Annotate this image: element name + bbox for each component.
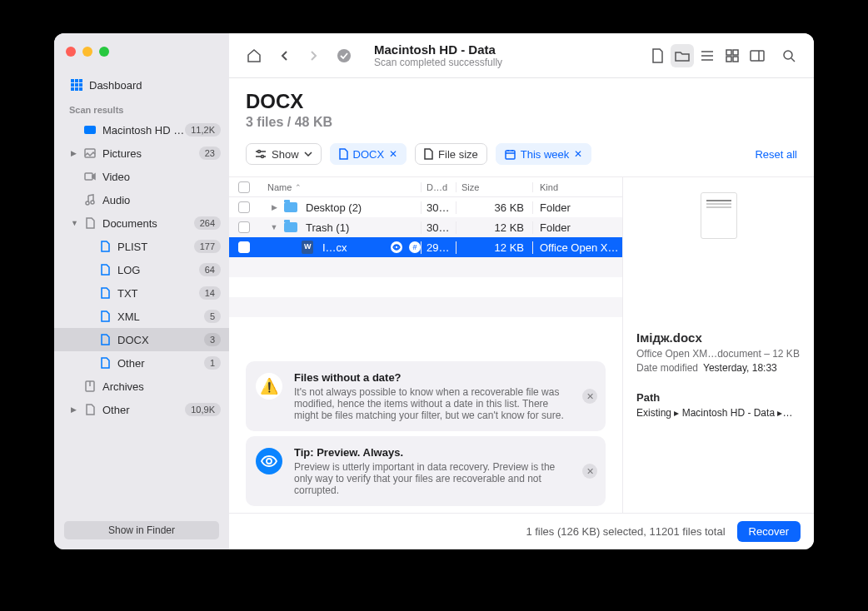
svg-rect-7 [75,87,78,91]
close-window-button[interactable] [66,47,76,57]
column-kind[interactable]: Kind [532,182,622,192]
svg-point-15 [337,49,351,62]
row-checkbox[interactable] [238,201,250,213]
sidebar-item-drive[interactable]: Macintosh HD -… 11,2K [54,118,229,142]
sidebar-item-xml[interactable]: XML 5 [54,305,229,328]
close-tip-button[interactable]: ✕ [582,464,597,479]
sidebar-item-log[interactable]: LOG 64 [54,258,229,281]
sidebar-item-audio[interactable]: Audio [54,188,229,211]
svg-rect-6 [71,87,74,91]
svg-rect-8 [79,87,82,91]
sidebar-item-pictures[interactable]: ▶ Pictures 23 [54,142,229,165]
forward-button[interactable] [302,44,326,67]
table-row[interactable]: ▶Desktop (2) 30… 36 KB Folder [229,197,622,217]
sidebar-item-label: TXT [117,287,199,300]
close-tip-button[interactable]: ✕ [582,389,597,404]
filter-chip-filesize[interactable]: File size [415,143,487,165]
chevron-down-icon[interactable]: ▼ [71,219,81,227]
tip-preview: ✕ Tip: Preview. Always. Preview is utter… [246,436,606,506]
row-checkbox[interactable] [238,241,250,253]
filter-chip-docx[interactable]: DOCX ✕ [330,143,407,165]
select-all-checkbox[interactable] [238,181,250,193]
file-icon [97,241,112,252]
preview-date-value: Yesterday, 18:33 [703,362,777,374]
svg-rect-4 [75,83,78,87]
sidebar-item-video[interactable]: Video [54,165,229,188]
svg-rect-0 [71,79,74,82]
row-checkbox[interactable] [238,221,250,233]
table-row[interactable]: ▼Trash (1) 30… 12 KB Folder [229,217,622,237]
home-button[interactable] [242,44,266,67]
file-icon [97,334,112,345]
svg-rect-1 [75,79,78,82]
tip-files-without-date: ⚠️ ✕ Files without a date? It's not alwa… [246,361,606,431]
svg-point-12 [86,201,89,205]
svg-rect-19 [733,57,738,62]
tag-icon: # [409,241,421,253]
count-badge: 264 [194,216,221,230]
sliders-icon [255,149,267,159]
sidebar-item-doc-other[interactable]: Other 1 [54,351,229,375]
show-in-finder-button[interactable]: Show in Finder [64,521,219,539]
sidebar-item-documents[interactable]: ▼ Documents 264 [54,211,229,235]
sidebar-item-plist[interactable]: PLIST 177 [54,235,229,258]
list-view-button[interactable] [696,44,719,67]
sidebar: Dashboard Scan results Macintosh HD -… 1… [54,33,229,549]
svg-point-13 [91,201,94,204]
archive-icon [82,380,97,392]
sort-asc-icon: ⌃ [295,183,302,191]
sidebar-item-label: Archives [102,380,221,393]
sidebar-item-archives[interactable]: Archives [54,375,229,398]
grid-view-button[interactable] [721,44,744,67]
toolbar-title-area: Macintosh HD - Data Scan completed succe… [362,42,639,68]
remove-filter-icon[interactable]: ✕ [574,148,582,160]
back-button[interactable] [272,44,296,67]
sidebar-item-label: Other [102,404,185,416]
recover-button[interactable]: Recover [737,521,801,542]
disclosure-right-icon[interactable]: ▶ [267,203,281,211]
search-button[interactable] [777,44,801,67]
sidebar-item-dashboard[interactable]: Dashboard [54,73,229,97]
column-name[interactable]: Name ⌃ [259,182,421,192]
sidebar-item-label: Video [102,171,221,183]
panel-toggle-button[interactable] [746,44,769,67]
folder-view-button[interactable] [671,44,694,67]
sidebar-heading-scan-results: Scan results [54,100,229,118]
sidebar-item-label: Macintosh HD -… [102,124,185,137]
minimize-window-button[interactable] [82,47,92,57]
column-date[interactable]: D…d [421,182,456,192]
chevron-right-icon[interactable]: ▶ [71,149,81,157]
other-icon [82,404,97,415]
count-badge: 64 [199,263,221,276]
documents-icon [82,217,97,229]
toolbar: Macintosh HD - Data Scan completed succe… [229,33,814,78]
table-header: Name ⌃ D…d Size Kind [229,177,622,197]
file-icon [97,287,112,299]
svg-rect-17 [733,50,738,55]
svg-rect-11 [85,173,92,180]
table-row-empty [229,257,622,277]
svg-rect-18 [726,57,731,62]
column-size[interactable]: Size [456,182,532,192]
disclosure-down-icon[interactable]: ▼ [267,223,281,231]
reset-all-link[interactable]: Reset all [755,148,797,161]
sidebar-item-label: Documents [102,217,194,230]
svg-rect-9 [84,126,96,134]
svg-rect-3 [71,83,74,87]
zoom-window-button[interactable] [99,47,109,57]
show-dropdown[interactable]: Show [246,143,322,165]
chevron-right-icon[interactable]: ▶ [71,405,81,414]
sidebar-item-other[interactable]: ▶ Other 10,9K [54,398,229,421]
table-row-selected[interactable]: І…cx# 29… 12 KB Office Open X… [229,237,622,257]
preview-path-label: Path [636,391,801,404]
filter-chip-thisweek[interactable]: This week ✕ [496,143,592,165]
warning-icon: ⚠️ [256,373,282,400]
preview-path-value: Existing ▸ Macintosh HD - Data ▸… [636,407,801,419]
new-file-button[interactable] [646,44,669,67]
svg-rect-20 [751,51,764,61]
sidebar-item-txt[interactable]: TXT 14 [54,281,229,305]
sidebar-item-label: LOG [117,264,199,276]
remove-filter-icon[interactable]: ✕ [389,148,397,160]
svg-rect-16 [726,50,731,55]
sidebar-item-docx[interactable]: DOCX 3 [54,328,229,351]
